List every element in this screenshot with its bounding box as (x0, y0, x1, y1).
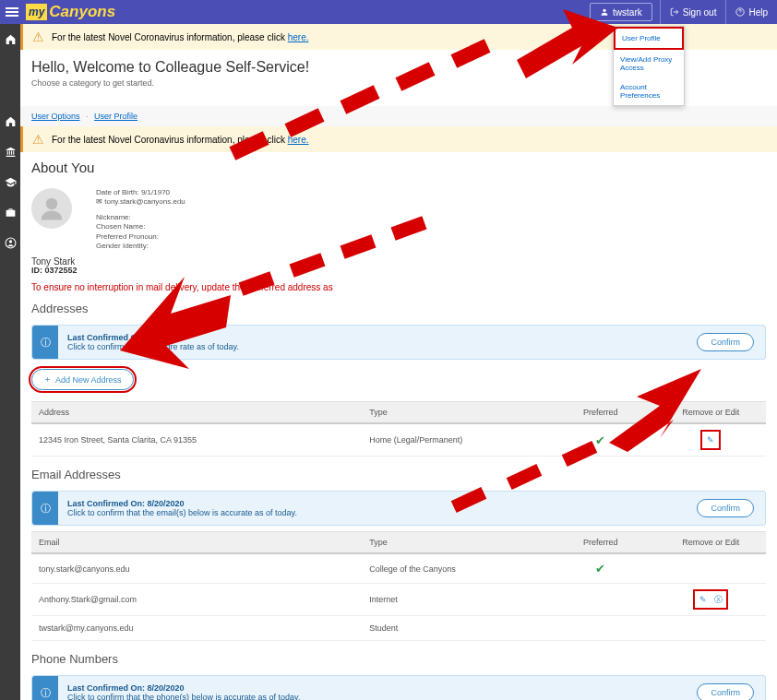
hamburger-icon[interactable] (0, 6, 20, 18)
briefcase-icon[interactable] (5, 207, 17, 219)
col-preferred: Preferred (545, 402, 655, 424)
home-icon[interactable] (5, 33, 17, 45)
emails-table: Email Type Preferred Remove or Edit tony… (31, 531, 766, 641)
emails-heading: Email Addresses (20, 462, 777, 487)
add-address-button[interactable]: ＋ Add New Address (31, 369, 134, 390)
signout-button[interactable]: Sign out (660, 0, 726, 24)
table-row: 12345 Iron Street, Santa Clarita, CA 913… (31, 423, 766, 457)
top-bar: my Canyons twstark Sign out Help (0, 0, 777, 24)
graduation-icon[interactable] (5, 176, 17, 188)
profile-meta: Date of Birth: 9/1/1970 ✉ tony.stark@can… (96, 188, 185, 273)
email-confirm-button[interactable]: Confirm (697, 499, 754, 517)
logo[interactable]: my Canyons (26, 3, 115, 21)
info-icon: ⓘ (32, 326, 58, 359)
dropdown-proxy-access[interactable]: View/Add Proxy Access (614, 50, 684, 77)
alert-link-2[interactable]: here. (288, 135, 309, 145)
phone-confirm-button[interactable]: Confirm (697, 683, 754, 700)
bank-icon[interactable] (5, 146, 17, 158)
logo-canyons: Canyons (49, 3, 115, 21)
svg-point-0 (603, 9, 605, 12)
phones-heading: Phone Numbers (20, 647, 777, 671)
user-icon (600, 7, 609, 17)
addresses-confirm-box: ⓘ Last Confirmed On: 3/15/2022 Click to … (31, 325, 766, 360)
profile-block: Tony Stark ID: 0372552 Date of Birth: 9/… (20, 183, 777, 279)
svg-point-3 (8, 240, 11, 243)
addr-confirmed-text: Click to confirm that the addre rate as … (67, 342, 676, 351)
breadcrumb: User Options · User Profile (20, 106, 777, 126)
delete-email-icon[interactable]: ⓧ (711, 593, 724, 606)
username-label: twstark (613, 7, 642, 18)
col-remove-edit: Remove or Edit (656, 402, 766, 424)
info-icon: ⓘ (32, 492, 58, 525)
dropdown-account-prefs[interactable]: Account Preferences (614, 77, 684, 105)
check-icon: ✔ (595, 433, 605, 447)
phones-confirm-box: ⓘ Last Confirmed On: 8/20/2020 Click to … (31, 675, 766, 700)
signout-icon (670, 7, 679, 17)
info-icon: ⓘ (32, 676, 58, 700)
col-address: Address (31, 402, 362, 424)
table-row: tony.stark@canyons.eduCollege of the Can… (31, 553, 766, 584)
help-icon (735, 7, 745, 17)
about-heading: About You (20, 152, 777, 183)
covid-alert-2: ⚠ For the latest Novel Coronavirus infor… (20, 126, 777, 152)
edit-address-icon[interactable]: ✎ (704, 433, 717, 446)
addr-confirmed-title: Last Confirmed On: 3/15/2022 (67, 333, 676, 342)
addresses-heading: Addresses (20, 296, 777, 321)
emails-confirm-box: ⓘ Last Confirmed On: 8/20/2020 Click to … (31, 491, 766, 526)
check-icon: ✔ (595, 562, 605, 575)
profile-id: ID: 0372552 (31, 266, 78, 275)
alert-text: For the latest Novel Coronavirus informa… (52, 32, 288, 42)
user-menu-button[interactable]: twstark (590, 3, 652, 21)
logo-my: my (26, 4, 47, 20)
addr-confirm-button[interactable]: Confirm (697, 333, 754, 351)
table-row: Anthony.Stark@gmail.comInternet ✎ⓧ (31, 584, 766, 616)
avatar (31, 188, 72, 229)
user-circle-icon[interactable] (5, 237, 17, 249)
signout-label: Sign out (683, 7, 717, 18)
alert-link[interactable]: here. (288, 32, 309, 42)
dob-label: Date of Birth: 9/1/1970 (96, 188, 185, 197)
addresses-table: Address Type Preferred Remove or Edit 12… (31, 401, 766, 457)
warning-icon: ⚠ (32, 132, 44, 147)
address-warning: To ensure no interruption in mail delive… (20, 279, 777, 296)
dropdown-user-profile[interactable]: User Profile (614, 27, 684, 50)
breadcrumb-user-options[interactable]: User Options (31, 112, 80, 121)
breadcrumb-user-profile[interactable]: User Profile (94, 112, 137, 121)
warning-icon: ⚠ (32, 30, 44, 44)
col-type: Type (362, 402, 545, 424)
help-button[interactable]: Help (725, 0, 777, 24)
sidebar-main (0, 106, 20, 700)
user-dropdown: User Profile View/Add Proxy Access Accou… (613, 26, 685, 106)
edit-email-icon[interactable]: ✎ (697, 593, 710, 606)
table-row: twstark@my.canyons.eduStudent (31, 616, 766, 641)
svg-point-4 (46, 198, 58, 210)
home-icon[interactable] (5, 115, 17, 127)
help-label: Help (748, 7, 768, 18)
